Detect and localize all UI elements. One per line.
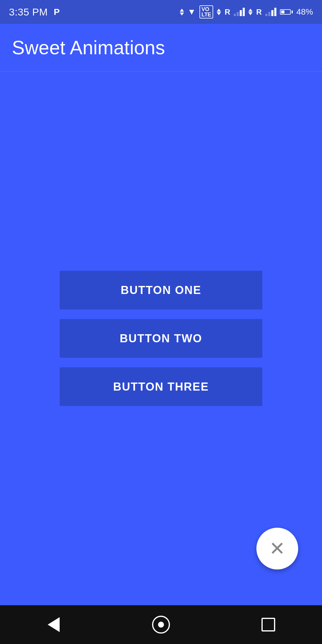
nav-back-button[interactable] [36,613,72,637]
nav-bar [0,605,322,644]
signal-bar [234,14,236,16]
status-time: 3:35 PM [9,6,48,18]
signal-bar [243,8,245,16]
signal1-arrows [217,9,221,15]
home-icon [152,616,170,634]
signal-bars-1 [234,8,245,16]
signal-bar [240,10,242,16]
volte-group: VOLTE [199,5,213,18]
back-icon [48,617,60,632]
battery-percent: 48% [296,7,313,17]
volte-icon: VOLTE [199,5,213,18]
arrow-up-icon [180,9,184,12]
arrow-down-icon [180,13,184,16]
button-two[interactable]: BUTTON TWO [60,319,262,358]
signal-bar [271,10,273,16]
battery-fill [281,10,284,13]
home-icon-inner [158,622,164,628]
signal-bar [274,8,276,16]
app-bar: Sweet Animations [0,24,322,72]
status-bar: 3:35 PM P ▼ VOLTE R R [0,0,322,24]
status-right: ▼ VOLTE R R [180,5,313,18]
battery-tip [292,10,293,13]
buttons-container: BUTTON ONE BUTTON TWO BUTTON THREE [60,271,262,406]
signal2-down-icon [248,12,253,15]
signal-bars-2 [265,8,276,16]
wifi-icon: ▼ [188,7,196,17]
button-three[interactable]: BUTTON THREE [60,367,262,406]
signal-bar [237,12,239,16]
battery-icon [280,9,293,15]
data-arrows-icon [180,9,184,16]
nav-recents-button[interactable] [250,613,286,637]
recents-icon [261,618,275,631]
roaming2-icon: R [256,7,262,17]
main-content: BUTTON ONE BUTTON TWO BUTTON THREE ✕ [0,72,322,605]
signal2-up-icon [248,9,253,12]
nav-home-button[interactable] [143,613,179,637]
status-left: 3:35 PM P [9,6,60,18]
signal1-down-icon [217,12,221,15]
close-icon: ✕ [269,539,285,558]
pandora-icon: P [54,7,60,17]
signal-bar [268,12,270,16]
signal2-arrows [248,9,253,15]
battery-body [280,9,291,15]
app-title: Sweet Animations [12,37,165,59]
fab-close-button[interactable]: ✕ [256,528,298,569]
roaming1-icon: R [225,7,230,17]
signal-bar [265,14,267,16]
signal1-up-icon [217,9,221,12]
button-one[interactable]: BUTTON ONE [60,271,262,309]
